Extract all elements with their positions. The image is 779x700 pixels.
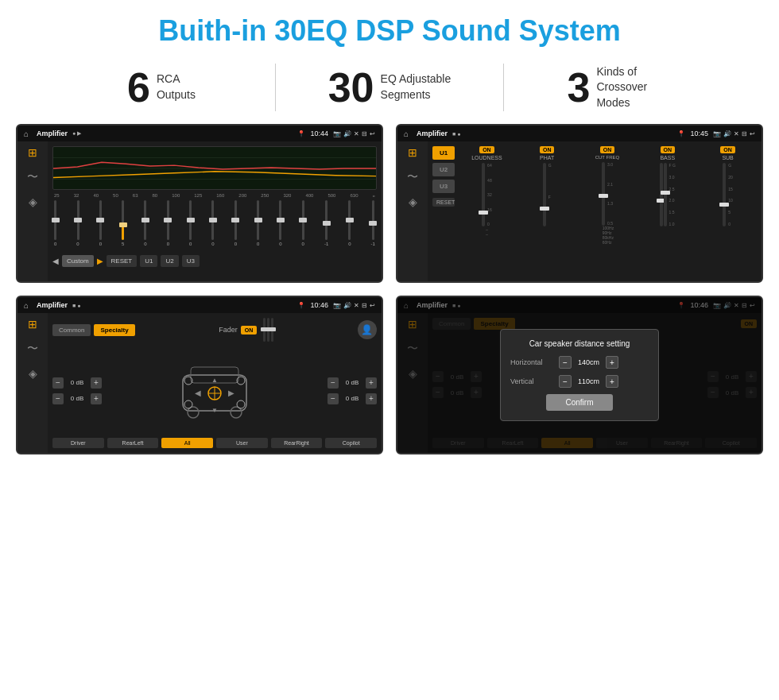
eq-slider-13: -1	[324, 200, 328, 252]
db-val-2: 0 dB	[66, 395, 88, 402]
stat-crossover-number: 3	[568, 67, 591, 108]
cv-sidebar: ⊞ 〜 ◈	[397, 141, 428, 281]
freq-40: 40	[93, 193, 99, 198]
eq-u2-btn[interactable]: U2	[161, 255, 178, 267]
eq-play-icon[interactable]: ▶	[97, 257, 103, 265]
eq-u3-btn[interactable]: U3	[182, 255, 200, 267]
db-minus-1[interactable]: −	[52, 377, 64, 389]
eq-slider-15: -1	[371, 200, 375, 252]
db-minus-4[interactable]: −	[327, 393, 339, 404]
crossover-content: U1 U2 U3 RESET ON LOUDNESS	[432, 146, 757, 277]
stat-eq-label: EQ AdjustableSegments	[381, 72, 452, 102]
common-tab[interactable]: Common	[52, 324, 91, 336]
status-bar-fader: ⌂ Amplifier ■ ● 📍 10:46 📷🔊✕⊟↩	[17, 297, 382, 313]
vertical-control: − 110cm +	[559, 375, 618, 388]
screen-crossover: ⌂ Amplifier ■ ● 📍 10:45 📷🔊✕⊟↩ ⊞ 〜 ◈ U1	[396, 124, 763, 283]
screen-fader: ⌂ Amplifier ■ ● 📍 10:46 📷🔊✕⊟↩ ⊞ 〜 ◈ Comm…	[16, 296, 383, 454]
loudness-toggle[interactable]: ON	[479, 146, 494, 153]
all-btn[interactable]: All	[161, 438, 213, 448]
page-title: Buith-in 30EQ DSP Sound System	[0, 0, 779, 57]
loudness-label: LOUDNESS	[471, 155, 502, 160]
fader-app-name: Amplifier	[37, 301, 68, 309]
horizontal-control: − 140cm +	[559, 356, 618, 369]
horizontal-minus-btn[interactable]: −	[559, 356, 572, 369]
cv-sidebar-icon-2[interactable]: 〜	[407, 170, 418, 184]
db-plus-3[interactable]: +	[366, 377, 377, 389]
dialog-overlay: Car speaker distance setting Horizontal …	[397, 297, 762, 453]
bass-toggle[interactable]: ON	[661, 146, 676, 153]
freq-32: 32	[74, 193, 79, 198]
horizontal-label: Horizontal	[510, 358, 554, 366]
phat-toggle[interactable]: ON	[540, 146, 555, 153]
stat-crossover-label: Kinds ofCrossover Modes	[596, 64, 668, 111]
horizontal-plus-btn[interactable]: +	[606, 356, 618, 369]
home-icon-2[interactable]: ⌂	[404, 130, 409, 138]
fader-time: 10:46	[310, 301, 328, 309]
fader-main: Common Specialty Fader ON 👤	[48, 313, 382, 453]
person-icon[interactable]: 👤	[358, 320, 377, 339]
eq-slider-9: 0	[234, 200, 237, 252]
user-btn[interactable]: User	[216, 438, 268, 448]
sub-label: SUB	[722, 155, 733, 160]
u-buttons: U1 U2 U3 RESET	[432, 146, 455, 277]
freq-63: 63	[133, 193, 138, 198]
db-controls-left: − 0 dB + − 0 dB +	[52, 377, 102, 404]
distance-dialog: Car speaker distance setting Horizontal …	[500, 329, 659, 421]
vertical-plus-btn[interactable]: +	[606, 375, 618, 388]
db-minus-2[interactable]: −	[52, 393, 64, 404]
stats-bar: 6 RCAOutputs 30 EQ AdjustableSegments 3 …	[0, 57, 779, 124]
stat-rca-label: RCAOutputs	[157, 72, 196, 102]
fader-sidebar-icon-3[interactable]: ◈	[29, 367, 37, 380]
vertical-value: 110cm	[575, 377, 603, 385]
cv-loudness: ON LOUDNESS 64 48 32 16	[458, 146, 516, 277]
dialog-title: Car speaker distance setting	[510, 339, 649, 348]
u2-button[interactable]: U2	[432, 163, 455, 176]
vertical-minus-btn[interactable]: −	[559, 375, 572, 388]
cv-sidebar-icon-1[interactable]: ⊞	[408, 146, 417, 159]
svg-text:▲: ▲	[211, 377, 218, 384]
u1-button[interactable]: U1	[432, 146, 455, 160]
eq-slider-10: 0	[257, 200, 259, 252]
sub-toggle[interactable]: ON	[720, 146, 735, 153]
rearright-btn[interactable]: RearRight	[271, 438, 323, 448]
rearleft-btn[interactable]: RearLeft	[107, 438, 159, 448]
eq-prev-icon[interactable]: ◀	[52, 257, 59, 265]
u3-button[interactable]: U3	[432, 180, 455, 193]
cv-reset-btn[interactable]: RESET	[432, 198, 455, 207]
eq-sidebar-icon-2[interactable]: 〜	[27, 170, 38, 184]
home-icon[interactable]: ⌂	[24, 130, 29, 138]
svg-text:▶: ▶	[228, 389, 234, 397]
fader-sidebar-icon-2[interactable]: 〜	[27, 342, 38, 356]
freq-80: 80	[153, 193, 158, 198]
cv-sidebar-icon-3[interactable]: ◈	[409, 195, 417, 208]
fader-on-toggle[interactable]: ON	[241, 326, 258, 335]
db-plus-1[interactable]: +	[91, 377, 102, 389]
eq-sidebar-icon-3[interactable]: ◈	[29, 195, 37, 208]
specialty-tab[interactable]: Specialty	[94, 324, 134, 336]
eq-graph	[52, 146, 377, 190]
freq-125: 125	[194, 193, 202, 198]
eq-slider-4: 5	[122, 200, 124, 252]
db-minus-3[interactable]: −	[327, 377, 339, 389]
eq-custom-btn[interactable]: Custom	[62, 255, 94, 267]
eq-slider-2: 0	[76, 200, 79, 252]
cv-cutfreq: ON CUT FREQ 3.0 2.1 1.3 0.5	[579, 146, 637, 277]
eq-sidebar-icon-1[interactable]: ⊞	[28, 146, 37, 159]
freq-400: 400	[305, 193, 313, 198]
home-icon-3[interactable]: ⌂	[24, 301, 29, 310]
eq-reset-btn[interactable]: RESET	[107, 255, 138, 267]
db-plus-4[interactable]: +	[366, 393, 377, 404]
db-row-3: − 0 dB +	[327, 377, 377, 389]
copilot-btn[interactable]: Copilot	[325, 438, 377, 448]
eq-slider-11: 0	[279, 200, 281, 252]
cutfreq-toggle[interactable]: ON	[600, 146, 615, 153]
confirm-button[interactable]: Confirm	[546, 394, 612, 411]
freq-250: 250	[261, 193, 269, 198]
eq-slider-7: 0	[189, 200, 192, 252]
eq-slider-1: 0	[54, 200, 56, 252]
driver-btn[interactable]: Driver	[52, 438, 104, 448]
horizontal-row: Horizontal − 140cm +	[510, 356, 649, 369]
eq-u1-btn[interactable]: U1	[140, 255, 157, 267]
fader-sidebar-icon-1[interactable]: ⊞	[28, 318, 37, 331]
db-plus-2[interactable]: +	[91, 393, 102, 404]
